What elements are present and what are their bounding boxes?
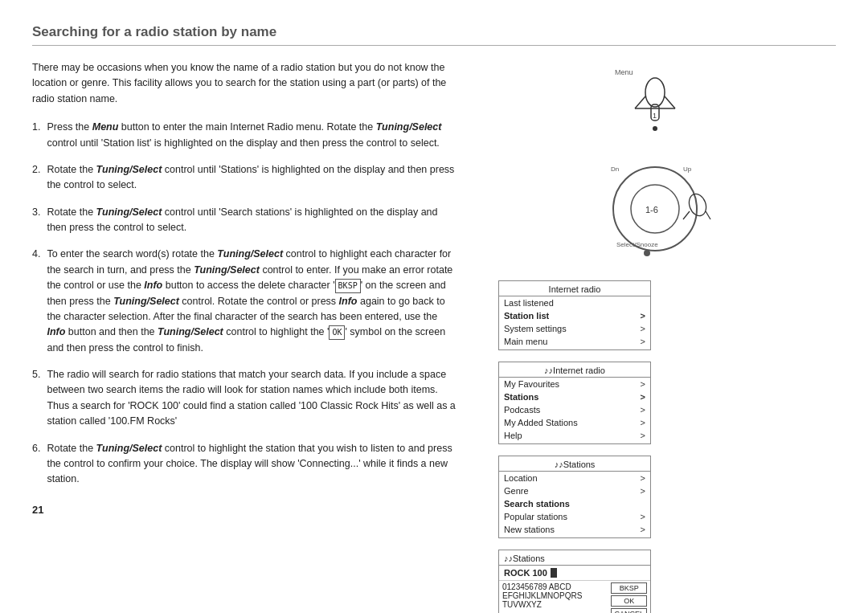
menu-label: Menu	[615, 68, 633, 76]
menu-arrow: >	[641, 473, 645, 483]
menu-arrow: >	[641, 311, 645, 321]
keyboard-area: 0123456789 ABCD EFGHIJKLMNOPQRS TUVWXYZ …	[499, 581, 650, 613]
music-icon: ♪♪	[555, 460, 563, 469]
page-number: 21	[32, 504, 458, 516]
menu-row: System settings >	[499, 322, 650, 335]
ok-button[interactable]: OK	[611, 595, 647, 607]
menu-arrow: >	[641, 337, 645, 346]
menu-arrow: >	[641, 525, 645, 534]
device-diagram: Menu 1 Dn Up	[498, 60, 836, 261]
screen-3-title: ♪♪Stations	[499, 458, 650, 472]
menu-arrow: >	[641, 324, 645, 333]
cancel-button[interactable]: CANCEL	[611, 608, 647, 613]
menu-item-label: Main menu	[504, 337, 547, 346]
step-6-body: Rotate the Tuning/Select control to high…	[47, 441, 458, 488]
svg-point-12	[686, 191, 709, 218]
svg-line-2	[665, 96, 675, 108]
menu-arrow: >	[641, 379, 645, 389]
screen-1-title: Internet radio	[499, 283, 650, 296]
step-2-body: Rotate the Tuning/Select control until '…	[47, 162, 458, 194]
screen-3: ♪♪Stations Location > Genre > Search sta…	[498, 456, 651, 538]
menu-arrow: >	[641, 392, 645, 402]
screen-2-title: ♪♪Internet radio	[499, 364, 650, 378]
keyboard-chars: EFGHIJKLMNOPQRS	[502, 591, 608, 600]
text-cursor	[551, 568, 557, 578]
menu-arrow: >	[641, 486, 645, 496]
key-chars-row1: 0123456789 ABCD EFGHIJKLMNOPQRS TUVWXYZ	[502, 582, 608, 609]
menu-arrow: >	[641, 405, 645, 415]
screen-4: ♪♪Stations ROCK 100 0123456789 ABCD EFGH…	[498, 550, 651, 613]
right-content: Menu 1 Dn Up	[482, 60, 836, 613]
step-4-body: To enter the search word(s) rotate the T…	[47, 247, 458, 356]
menu-arrow: >	[641, 431, 645, 440]
step-3-body: Rotate the Tuning/Select control until '…	[47, 205, 458, 236]
screen-2: ♪♪Internet radio My Favourites > Station…	[498, 362, 651, 444]
svg-text:Dn: Dn	[611, 166, 619, 173]
svg-point-16	[644, 250, 650, 256]
device-svg: Menu 1 Dn Up	[599, 60, 735, 261]
key-buttons: BKSP OK CANCEL	[611, 582, 647, 613]
bksp-key: BKSP	[335, 279, 361, 293]
list-item: Rotate the Tuning/Select control until '…	[32, 205, 458, 236]
left-content: There may be occasions when you know the…	[32, 60, 482, 613]
step-1-body: Press the Menu button to enter the main …	[47, 120, 458, 151]
menu-row: Main menu >	[499, 335, 650, 348]
list-item: Rotate the Tuning/Select control to high…	[32, 441, 458, 488]
svg-line-14	[706, 211, 710, 219]
menu-row: Help >	[499, 429, 650, 442]
menu-row: Genre >	[499, 484, 650, 497]
menu-row: Last listened	[499, 296, 650, 309]
menu-item-label: Search stations	[504, 499, 570, 509]
menu-row: New stations >	[499, 523, 650, 536]
svg-text:1-6: 1-6	[645, 205, 658, 215]
menu-item-label: Genre	[504, 486, 529, 496]
menu-arrow: >	[641, 418, 645, 427]
intro-paragraph: There may be occasions when you know the…	[32, 60, 458, 107]
list-item: Rotate the Tuning/Select control until '…	[32, 162, 458, 194]
menu-row: Podcasts >	[499, 403, 650, 416]
menu-item-label: Help	[504, 431, 522, 440]
search-value: ROCK 100	[504, 568, 547, 578]
menu-item-label: Stations	[504, 392, 538, 402]
menu-item-label: Last listened	[504, 298, 554, 308]
menu-item-label: My Favourites	[504, 379, 559, 389]
menu-item-label: My Added Stations	[504, 418, 578, 427]
search-input-row: ROCK 100	[499, 566, 650, 581]
music-icon: ♪♪	[504, 554, 513, 563]
keyboard-chars: 0123456789 ABCD	[502, 582, 608, 591]
menu-arrow: >	[641, 512, 645, 521]
menu-item-label: Podcasts	[504, 405, 540, 415]
list-item: To enter the search word(s) rotate the T…	[32, 247, 458, 356]
svg-line-13	[683, 211, 690, 219]
list-item: The radio will search for radio stations…	[32, 367, 458, 430]
svg-line-1	[635, 96, 645, 108]
bksp-button[interactable]: BKSP	[611, 582, 647, 594]
step-5-body: The radio will search for radio stations…	[47, 367, 458, 430]
steps-list: Press the Menu button to enter the main …	[32, 120, 458, 488]
menu-item-label: Location	[504, 473, 538, 483]
keyboard-chars: TUVWXYZ	[502, 600, 608, 609]
svg-point-0	[645, 78, 665, 107]
page-title: Searching for a radio station by name	[32, 24, 836, 46]
menu-item-label: Popular stations	[504, 512, 567, 521]
keyboard-row: 0123456789 ABCD EFGHIJKLMNOPQRS TUVWXYZ …	[502, 582, 647, 613]
svg-point-6	[653, 126, 657, 131]
ok-key: OK	[329, 325, 345, 340]
screen-1: Internet radio Last listened Station lis…	[498, 280, 651, 350]
screen-4-title: ♪♪Stations	[499, 552, 650, 566]
menu-row: Popular stations >	[499, 510, 650, 523]
menu-item-label: New stations	[504, 525, 555, 534]
menu-row: Location >	[499, 472, 650, 484]
svg-text:Up: Up	[683, 166, 692, 173]
menu-item-label: System settings	[504, 324, 567, 333]
list-item: Press the Menu button to enter the main …	[32, 120, 458, 151]
svg-text:Select/Snooze: Select/Snooze	[616, 241, 658, 248]
menu-row-highlighted: Search stations	[499, 497, 650, 510]
menu-row: My Favourites >	[499, 378, 650, 390]
menu-item-label: Station list	[504, 311, 549, 321]
menu-row-highlighted: Stations >	[499, 390, 650, 403]
menu-row: My Added Stations >	[499, 416, 650, 429]
music-icon: ♪♪	[544, 366, 553, 375]
menu-row-highlighted: Station list >	[499, 309, 650, 322]
svg-text:1: 1	[653, 112, 657, 120]
